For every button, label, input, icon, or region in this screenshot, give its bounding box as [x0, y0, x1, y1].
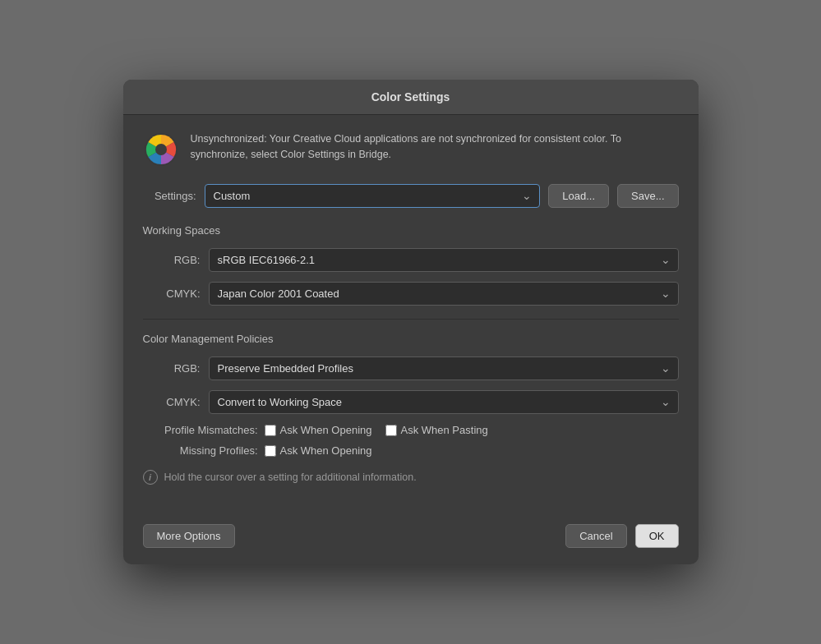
color-management-section: Color Management Policies RGB: Preserve … — [143, 333, 679, 457]
ask-when-opening-missing-checkbox[interactable] — [265, 445, 276, 457]
rgb-policy-row: RGB: Preserve Embedded Profiles Convert … — [143, 356, 679, 380]
ask-when-opening-mismatch-item[interactable]: Ask When Opening — [265, 424, 372, 436]
ask-when-pasting-item[interactable]: Ask When Pasting — [385, 424, 488, 436]
hint-text: Hold the cursor over a setting for addit… — [164, 472, 417, 483]
dialog-title: Color Settings — [371, 90, 450, 104]
cmyk-policy-select[interactable]: Convert to Working Space Preserve Embedd… — [209, 390, 679, 414]
ask-when-pasting-checkbox[interactable] — [385, 425, 397, 436]
cmyk-policy-row: CMYK: Convert to Working Space Preserve … — [143, 390, 679, 414]
cmyk-workspace-select[interactable]: Japan Color 2001 Coated U.S. Web Coated … — [209, 282, 679, 306]
ask-when-opening-missing-label: Ask When Opening — [280, 444, 372, 457]
rgb-policy-label: RGB: — [159, 362, 201, 375]
svg-point-1 — [155, 144, 167, 155]
cmyk-policy-label: CMYK: — [159, 396, 201, 408]
rgb-policy-dropdown-wrap: Preserve Embedded Profiles Convert to Wo… — [209, 356, 679, 380]
profile-mismatches-label: Profile Mismatches: — [159, 424, 258, 436]
unsync-banner: Unsynchronized: Your Creative Cloud appl… — [143, 131, 679, 168]
profile-mismatches-group: Ask When Opening Ask When Pasting — [265, 424, 488, 436]
rgb-workspace-dropdown-wrap: sRGB IEC61966-2.1 Adobe RGB (1998) ProPh… — [209, 248, 679, 272]
color-management-title: Color Management Policies — [143, 333, 679, 345]
info-icon: i — [143, 470, 158, 485]
settings-select[interactable]: Custom Monitor Color North America Gener… — [205, 184, 541, 208]
cmyk-policy-dropdown-wrap: Convert to Working Space Preserve Embedd… — [209, 390, 679, 414]
dialog-body: Unsynchronized: Your Creative Cloud appl… — [123, 115, 699, 504]
color-settings-dialog: Color Settings Unsyn — [123, 80, 699, 564]
missing-profiles-group: Ask When Opening — [265, 444, 372, 457]
cancel-button[interactable]: Cancel — [565, 524, 626, 548]
ask-when-opening-mismatch-checkbox[interactable] — [265, 425, 276, 436]
rgb-policy-select[interactable]: Preserve Embedded Profiles Convert to Wo… — [209, 356, 679, 380]
ask-when-opening-mismatch-label: Ask When Opening — [280, 424, 372, 436]
profile-mismatches-row: Profile Mismatches: Ask When Opening Ask… — [143, 424, 679, 436]
footer-right-buttons: Cancel OK — [565, 524, 678, 548]
ask-when-opening-missing-item[interactable]: Ask When Opening — [265, 444, 372, 457]
rgb-workspace-label: RGB: — [159, 254, 201, 266]
hint-row: i Hold the cursor over a setting for add… — [143, 470, 679, 485]
cmyk-workspace-dropdown-wrap: Japan Color 2001 Coated U.S. Web Coated … — [209, 282, 679, 306]
cmyk-workspace-row: CMYK: Japan Color 2001 Coated U.S. Web C… — [143, 282, 679, 306]
color-wheel-icon — [143, 131, 179, 168]
unsync-message: Unsynchronized: Your Creative Cloud appl… — [191, 131, 679, 163]
save-button[interactable]: Save... — [617, 184, 678, 208]
missing-profiles-row: Missing Profiles: Ask When Opening — [143, 444, 679, 457]
ok-button[interactable]: OK — [635, 524, 679, 548]
divider-1 — [143, 319, 679, 320]
settings-dropdown-wrap: Custom Monitor Color North America Gener… — [205, 184, 541, 208]
rgb-workspace-select[interactable]: sRGB IEC61966-2.1 Adobe RGB (1998) ProPh… — [209, 248, 679, 272]
title-bar: Color Settings — [123, 80, 699, 115]
footer: More Options Cancel OK — [123, 511, 699, 564]
load-button[interactable]: Load... — [548, 184, 609, 208]
working-spaces-section: Working Spaces RGB: sRGB IEC61966-2.1 Ad… — [143, 224, 679, 306]
rgb-workspace-row: RGB: sRGB IEC61966-2.1 Adobe RGB (1998) … — [143, 248, 679, 272]
working-spaces-title: Working Spaces — [143, 224, 679, 237]
settings-row: Settings: Custom Monitor Color North Ame… — [143, 184, 679, 208]
cmyk-workspace-label: CMYK: — [159, 288, 201, 300]
missing-profiles-label: Missing Profiles: — [159, 444, 258, 457]
more-options-button[interactable]: More Options — [143, 524, 235, 548]
ask-when-pasting-label: Ask When Pasting — [401, 424, 488, 436]
settings-label: Settings: — [143, 190, 196, 202]
